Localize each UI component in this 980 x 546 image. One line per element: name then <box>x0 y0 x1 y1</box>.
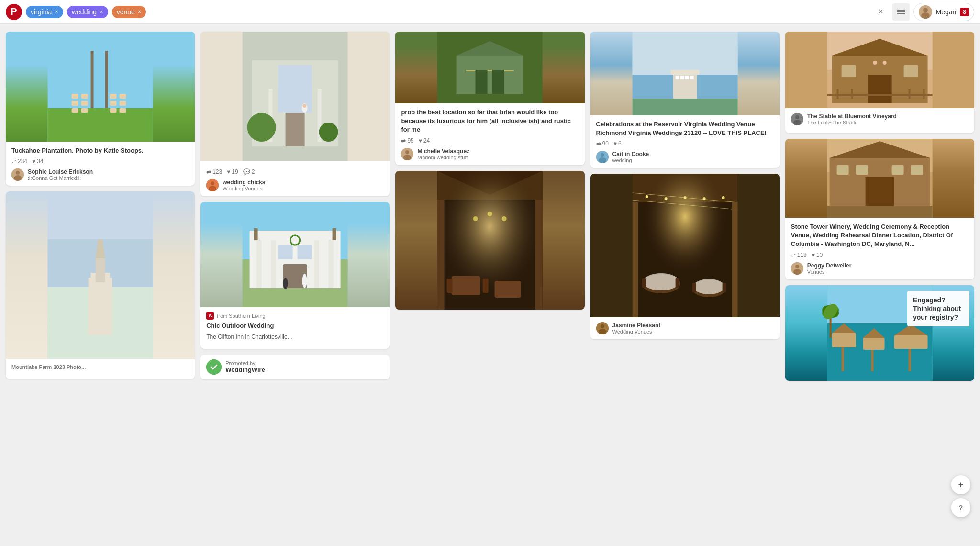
pin-chic-outdoor[interactable]: S from Southern Living Chic Outdoor Wedd… <box>200 202 390 349</box>
svg-rect-111 <box>722 283 726 292</box>
pin-promoted-weddingwire[interactable]: Promoted by WeddingWire <box>200 355 390 379</box>
svg-rect-121 <box>841 65 856 77</box>
pin-user-row[interactable]: Peggy Detweiler Venues <box>791 262 969 275</box>
svg-rect-28 <box>96 258 105 282</box>
pin-tuckahoe[interactable]: Tuckahoe Plantation. Photo by Katie Stoo… <box>6 32 195 186</box>
pin-image <box>395 32 584 103</box>
svg-rect-112 <box>632 202 638 317</box>
svg-rect-86 <box>675 76 679 79</box>
svg-rect-7 <box>72 94 78 99</box>
pinner-name: wedding chicks <box>223 179 265 186</box>
pin-goodstone[interactable]: ⇌ 123 ♥ 19 💬 2 wedding chicks We <box>200 32 390 196</box>
tag-venue[interactable]: venue × <box>112 6 146 18</box>
promoted-icon <box>206 359 222 375</box>
remove-wedding-tag[interactable]: × <box>100 8 103 15</box>
ad-title: Engaged? Thinking about your registry? <box>913 296 964 322</box>
zoom-in-button[interactable]: + <box>951 475 970 494</box>
pin-jasmine-pleasant[interactable]: Jasmine Pleasant Wedding Venues <box>590 174 780 339</box>
svg-point-79 <box>488 212 492 216</box>
svg-rect-60 <box>457 56 523 94</box>
pin-grid: Tuckahoe Plantation. Photo by Katie Stoo… <box>0 24 980 389</box>
svg-point-146 <box>793 269 801 275</box>
heart-icon: ♥ <box>613 140 617 147</box>
repin-icon: ⇌ <box>791 252 796 258</box>
svg-rect-152 <box>863 338 884 350</box>
svg-rect-74 <box>447 279 453 293</box>
clear-search-button[interactable]: × <box>873 4 889 20</box>
avatar <box>401 148 413 160</box>
avatar <box>791 113 803 125</box>
pin-ad-registry[interactable]: Engaged? Thinking about your registry? <box>785 285 974 381</box>
pin-stable-bluemont[interactable]: The Stable at Bluemont Vineyard The Look… <box>785 32 974 133</box>
pin-dock[interactable]: Mountlake Farm 2023 Photo... <box>6 191 195 379</box>
help-button[interactable]: ? <box>951 498 970 517</box>
pin-user-row[interactable]: Jasmine Pleasant Wedding Venues <box>596 322 774 334</box>
remove-venue-tag[interactable]: × <box>138 8 142 15</box>
svg-rect-143 <box>827 206 932 218</box>
notification-badge[interactable]: 8 <box>960 8 969 16</box>
pin-user-row[interactable]: The Stable at Bluemont Vineyard The Look… <box>791 113 969 125</box>
repin-count: ⇌ 95 <box>401 137 413 144</box>
user-profile-area[interactable]: Megan 8 <box>913 3 975 21</box>
svg-rect-11 <box>72 101 78 106</box>
like-count: ♥ 10 <box>812 252 823 258</box>
svg-point-129 <box>873 61 877 65</box>
remove-virginia-tag[interactable]: × <box>55 8 58 15</box>
svg-rect-18 <box>120 108 126 113</box>
svg-rect-33 <box>286 113 305 146</box>
venue-name: The Stable at Bluemont Vineyard <box>807 113 897 120</box>
svg-rect-17 <box>110 108 117 113</box>
pin-user-row[interactable]: Michelle Velasquez random wedding stuff <box>401 148 579 160</box>
svg-point-39 <box>319 123 338 142</box>
pin-label: Mountlake Farm 2023 Photo... <box>11 364 189 371</box>
pin-best-location[interactable]: prob the best location so far that brian… <box>395 32 584 165</box>
svg-rect-51 <box>333 228 336 240</box>
svg-point-132 <box>795 115 799 119</box>
svg-rect-126 <box>851 89 853 99</box>
pinner-name: Jasmine Pleasant <box>612 322 661 329</box>
pin-body: The Stable at Bluemont Vineyard The Look… <box>785 108 974 133</box>
menu-button[interactable] <box>892 3 910 21</box>
tag-virginia[interactable]: virginia × <box>26 6 63 18</box>
svg-rect-64 <box>492 70 504 94</box>
tag-wedding[interactable]: wedding × <box>67 6 108 18</box>
repin-count: ⇌ 234 <box>11 158 27 165</box>
svg-rect-124 <box>827 94 932 96</box>
pin-body: Celebrations at the Reservoir Virginia W… <box>590 115 780 168</box>
pin-user-row[interactable]: Caitlin Cooke wedding <box>596 151 774 163</box>
svg-rect-158 <box>908 349 911 371</box>
source-attribution: S from Southern Living <box>206 312 384 320</box>
svg-rect-4 <box>48 108 153 142</box>
svg-point-58 <box>206 359 222 375</box>
pin-stone-tower-winery[interactable]: Stone Tower Winery, Wedding Ceremony & R… <box>785 139 974 279</box>
svg-point-57 <box>302 274 307 288</box>
svg-rect-77 <box>535 200 543 310</box>
svg-point-103 <box>722 196 724 199</box>
pin-image <box>200 202 390 307</box>
svg-point-115 <box>601 324 604 328</box>
pin-celebrations-reservoir[interactable]: Celebrations at the Reservoir Virginia W… <box>590 32 780 168</box>
svg-rect-140 <box>891 165 903 175</box>
pin-barn-interior[interactable] <box>395 171 584 310</box>
pin-body: Mountlake Farm 2023 Photo... <box>6 359 195 379</box>
source-icon: S <box>206 312 214 320</box>
pin-stats: ⇌ 234 ♥ 34 <box>11 158 189 165</box>
pinterest-logo[interactable]: P <box>6 4 22 20</box>
tag-venue-label: venue <box>117 8 135 16</box>
pin-body: Jasmine Pleasant Wedding Venues <box>590 317 780 339</box>
svg-rect-25 <box>89 278 112 335</box>
avatar <box>596 322 609 334</box>
pin-body: Tuckahoe Plantation. Photo by Katie Stoo… <box>6 142 195 186</box>
pin-image <box>6 191 195 359</box>
user-avatar <box>919 5 932 19</box>
promoted-label: Promoted by <box>225 360 265 366</box>
svg-rect-128 <box>923 89 924 99</box>
board-name: Venues <box>807 269 852 275</box>
pin-image <box>6 32 195 142</box>
svg-rect-47 <box>271 240 276 288</box>
svg-rect-156 <box>841 347 844 371</box>
pin-image <box>785 32 974 108</box>
pin-user-row[interactable]: wedding chicks Wedding Venues <box>206 179 384 191</box>
pin-user-row[interactable]: Sophie Louise Erickson :l:Gonna Get Marr… <box>11 168 189 181</box>
svg-point-21 <box>14 175 22 181</box>
